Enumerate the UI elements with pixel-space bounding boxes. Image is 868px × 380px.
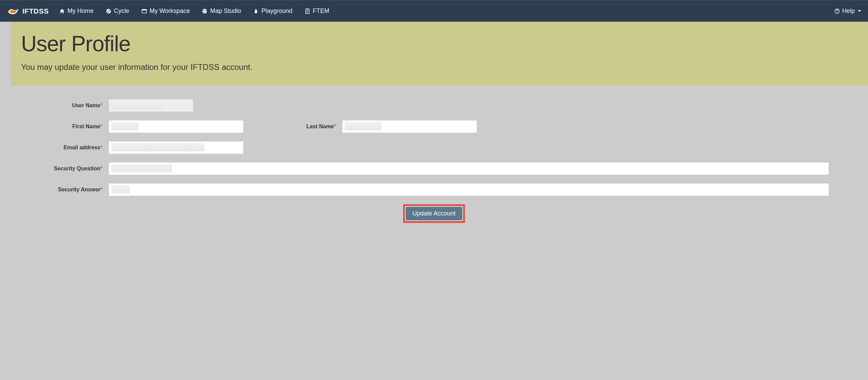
- redacted-value: [111, 164, 172, 172]
- help-menu[interactable]: Help: [834, 7, 861, 15]
- required-star: *: [100, 187, 102, 192]
- nav-label: Cycle: [114, 7, 129, 15]
- nav-label: Playground: [261, 7, 292, 15]
- nav-label: My Workspace: [150, 7, 190, 15]
- page-title: User Profile: [21, 31, 858, 56]
- submit-row: Update Account: [39, 204, 829, 223]
- row-security-question: Security Question*: [39, 162, 829, 175]
- clipboard-icon: [304, 8, 310, 14]
- flame-icon: [7, 7, 19, 16]
- required-star: *: [334, 124, 336, 129]
- svg-point-10: [837, 12, 837, 13]
- security-question-label: Security Question*: [39, 166, 109, 172]
- svg-rect-5: [306, 8, 308, 9]
- row-username: User Name*: [39, 99, 829, 112]
- nav-my-home[interactable]: My Home: [59, 7, 94, 15]
- nav-ftem[interactable]: FTEM: [304, 7, 329, 15]
- redacted-value: [111, 122, 138, 130]
- username-label: User Name*: [39, 102, 109, 109]
- svg-rect-2: [142, 9, 147, 10]
- lastname-label: Last Name*: [244, 124, 342, 130]
- svg-point-3: [203, 9, 207, 14]
- redacted-value: [111, 101, 162, 109]
- folder-icon: [141, 8, 147, 14]
- nav-map-studio[interactable]: Map Studio: [202, 7, 241, 15]
- button-highlight: Update Account: [403, 204, 465, 223]
- row-security-answer: Security Answer*: [39, 183, 829, 196]
- required-star: *: [100, 145, 102, 150]
- redacted-value: [111, 185, 130, 193]
- security-answer-label: Security Answer*: [39, 187, 109, 193]
- email-label: Email address*: [39, 145, 109, 151]
- row-email: Email address*: [39, 141, 829, 154]
- firstname-label: First Name*: [39, 124, 109, 130]
- nav-items: My Home Cycle My Workspace Map Studio Pl…: [59, 7, 329, 15]
- nav-right: Help: [834, 7, 861, 15]
- security-answer-field[interactable]: [109, 183, 829, 196]
- svg-rect-4: [305, 9, 309, 14]
- required-star: *: [100, 166, 102, 171]
- home-icon: [59, 8, 65, 14]
- nav-label: FTEM: [313, 7, 329, 15]
- nav-label: My Home: [68, 7, 94, 15]
- globe-icon: [202, 8, 208, 14]
- nav-workspace[interactable]: My Workspace: [141, 7, 190, 15]
- redacted-value: [111, 143, 205, 151]
- nav-label: Map Studio: [210, 7, 241, 15]
- svg-point-0: [106, 9, 111, 14]
- cycle-icon: [106, 8, 112, 14]
- page-hero: User Profile You may update your user in…: [11, 22, 868, 86]
- fire-icon: [253, 8, 259, 14]
- nav-playground[interactable]: Playground: [253, 7, 292, 15]
- navbar: IFTDSS My Home Cycle My Workspace Map St…: [0, 0, 868, 22]
- update-account-button[interactable]: Update Account: [406, 207, 462, 220]
- row-name: First Name* Last Name*: [39, 120, 829, 133]
- required-star: *: [100, 102, 102, 108]
- profile-form: User Name* First Name* Last Name* Email …: [0, 86, 868, 233]
- brand-text: IFTDSS: [22, 7, 49, 15]
- security-question-field[interactable]: [109, 162, 829, 175]
- brand-logo[interactable]: IFTDSS: [7, 7, 49, 16]
- caret-down-icon: [858, 10, 861, 12]
- required-star: *: [100, 124, 102, 129]
- page-subtitle: You may update your user information for…: [21, 62, 858, 72]
- help-label: Help: [842, 7, 855, 15]
- redacted-value: [345, 122, 381, 130]
- help-icon: [834, 8, 840, 14]
- nav-cycle[interactable]: Cycle: [106, 7, 129, 15]
